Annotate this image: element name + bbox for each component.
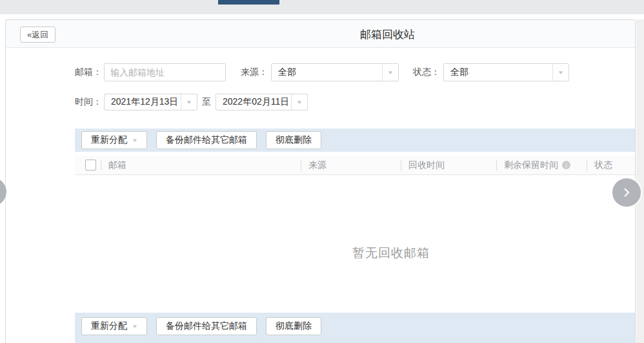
reassign-dropdown-button[interactable]: 重新分配 <box>81 317 147 335</box>
chevron-down-icon <box>552 64 569 81</box>
page-right-strip <box>636 19 644 343</box>
active-tab-indicator <box>218 0 279 5</box>
panel-header-bar <box>6 20 635 48</box>
table-header-row: 邮箱 来源 回收时间 剩余保留时间 i 状态 <box>75 156 635 175</box>
chevron-down-icon <box>291 94 307 110</box>
time-filter-label: 时间： <box>75 96 102 108</box>
email-search-input[interactable] <box>104 63 226 81</box>
column-header-recycle-time: 回收时间 <box>401 156 496 174</box>
filter-row-time: 时间： 2021年12月13日 至 2022年02月11日 <box>75 94 308 110</box>
status-select-value: 全部 <box>444 67 552 78</box>
date-to-select[interactable]: 2022年02月11日 <box>216 94 308 110</box>
filter-row-primary: 邮箱： 来源： 全部 状态： 全部 <box>75 63 569 81</box>
backup-mail-button[interactable]: 备份邮件给其它邮箱 <box>156 317 257 335</box>
page-gray-band <box>0 0 644 14</box>
source-filter-label: 来源： <box>241 67 268 78</box>
status-filter-label: 状态： <box>413 67 440 78</box>
chevron-down-icon <box>181 94 197 110</box>
backup-mail-button[interactable]: 备份邮件给其它邮箱 <box>156 131 257 149</box>
status-select[interactable]: 全部 <box>443 63 569 81</box>
column-header-status: 状态 <box>587 156 635 174</box>
date-from-value: 2021年12月13日 <box>105 96 181 108</box>
toolbar-bottom: 重新分配 备份邮件给其它邮箱 彻底删除 <box>75 313 635 343</box>
chevron-down-icon <box>382 64 398 81</box>
column-header-retention-label: 剩余保留时间 <box>504 160 558 171</box>
reassign-dropdown-button[interactable]: 重新分配 <box>81 131 147 149</box>
purge-delete-button[interactable]: 彻底删除 <box>266 317 321 335</box>
chevron-right-icon <box>621 187 632 198</box>
column-header-source: 来源 <box>301 156 401 174</box>
info-icon[interactable]: i <box>562 161 570 169</box>
scroll-right-arrow[interactable] <box>612 178 641 207</box>
back-button[interactable]: «返回 <box>20 26 55 43</box>
column-header-mailbox: 邮箱 <box>101 156 301 174</box>
empty-state-text: 暂无回收邮箱 <box>352 245 430 262</box>
date-range-conjunction: 至 <box>202 96 211 108</box>
email-filter-label: 邮箱： <box>75 67 102 78</box>
date-from-select[interactable]: 2021年12月13日 <box>104 94 197 110</box>
source-select[interactable]: 全部 <box>271 63 399 81</box>
date-to-value: 2022年02月11日 <box>216 96 291 108</box>
column-header-retention: 剩余保留时间 i <box>496 156 587 174</box>
purge-delete-button[interactable]: 彻底删除 <box>266 131 321 149</box>
select-all-checkbox[interactable] <box>85 160 96 171</box>
recycle-bin-panel: «返回 邮箱回收站 邮箱： 来源： 全部 状态： 全部 时间： 2021年12月… <box>5 19 636 343</box>
select-all-cell <box>75 156 101 174</box>
source-select-value: 全部 <box>272 67 382 78</box>
page-title: 邮箱回收站 <box>360 27 415 42</box>
toolbar-top: 重新分配 备份邮件给其它邮箱 彻底删除 <box>75 129 635 152</box>
